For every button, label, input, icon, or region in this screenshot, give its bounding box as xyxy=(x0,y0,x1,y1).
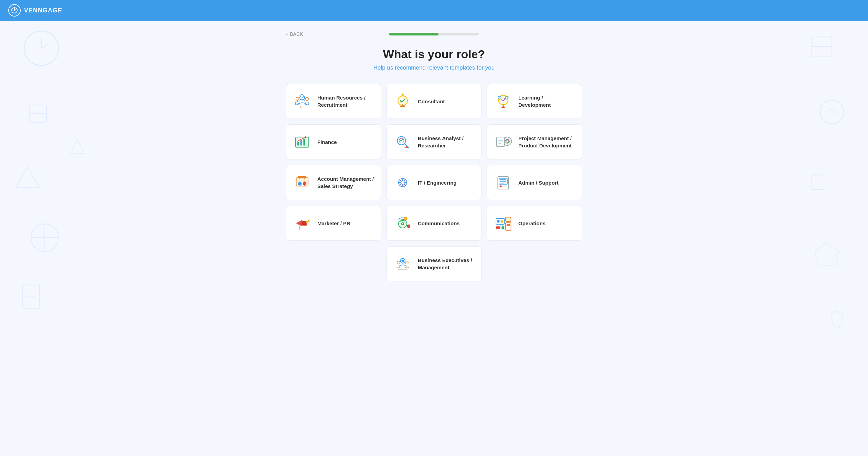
svg-point-39 xyxy=(506,140,509,143)
role-icon-communications xyxy=(393,214,412,233)
svg-point-57 xyxy=(308,220,309,221)
svg-rect-31 xyxy=(300,140,302,146)
svg-rect-70 xyxy=(507,224,510,226)
role-label-account-management: Account Management /Sales Strategy xyxy=(317,175,374,190)
svg-point-14 xyxy=(820,100,844,124)
role-card-communications[interactable]: Communications xyxy=(387,206,481,241)
role-card-operations[interactable]: Operations xyxy=(487,206,582,241)
svg-rect-66 xyxy=(496,226,500,229)
roles-grid: Human Resources /Recruitment Consultant … xyxy=(286,84,582,281)
svg-rect-12 xyxy=(811,36,832,57)
svg-point-60 xyxy=(402,223,403,224)
svg-rect-32 xyxy=(303,139,305,145)
role-icon-it-engineering xyxy=(393,173,412,192)
back-label: BACK xyxy=(290,31,303,37)
role-label-it-engineering: IT / Engineering xyxy=(418,179,457,186)
top-bar: ‹ BACK xyxy=(286,31,582,37)
role-card-consultant[interactable]: Consultant xyxy=(387,84,481,119)
role-icon-finance xyxy=(293,132,312,152)
role-label-admin-support: Admin / Support xyxy=(518,179,559,186)
back-button[interactable]: ‹ BACK xyxy=(286,31,303,37)
role-card-admin-support[interactable]: Admin / Support xyxy=(487,165,582,200)
role-label-learning-development: Learning / Development xyxy=(518,94,575,108)
role-label-business-executives: Business Executives /Management xyxy=(418,257,472,271)
svg-point-62 xyxy=(407,225,410,228)
role-icon-project-management xyxy=(494,132,513,152)
svg-rect-69 xyxy=(506,222,511,230)
svg-point-56 xyxy=(306,221,308,223)
role-label-business-analyst: Business Analyst /Researcher xyxy=(418,135,464,149)
role-label-project-management: Project Management /Product Development xyxy=(518,135,572,149)
header: VENNGAGE xyxy=(0,0,868,21)
svg-point-17 xyxy=(296,97,299,101)
svg-point-74 xyxy=(402,260,404,262)
role-label-communications: Communications xyxy=(418,220,460,227)
svg-rect-28 xyxy=(501,107,505,108)
svg-rect-64 xyxy=(497,220,500,222)
role-icon-human-resources xyxy=(293,92,312,111)
svg-point-18 xyxy=(306,97,309,101)
svg-rect-30 xyxy=(297,142,299,145)
progress-bar-fill xyxy=(389,33,438,35)
role-card-account-management[interactable]: Account Management /Sales Strategy xyxy=(286,165,381,200)
role-label-human-resources: Human Resources /Recruitment xyxy=(317,94,366,108)
role-card-learning-development[interactable]: Learning / Development xyxy=(487,84,582,119)
role-card-it-engineering[interactable]: IT / Engineering xyxy=(387,165,481,200)
role-label-finance: Finance xyxy=(317,138,337,146)
logo-text: VENNGAGE xyxy=(24,7,62,14)
role-label-operations: Operations xyxy=(518,220,546,227)
role-icon-account-management xyxy=(293,173,312,192)
svg-point-46 xyxy=(298,182,302,186)
role-icon-marketer-pr xyxy=(293,214,312,233)
logo-icon xyxy=(8,4,21,17)
svg-rect-67 xyxy=(501,226,505,229)
svg-rect-3 xyxy=(29,105,46,122)
svg-rect-23 xyxy=(400,105,405,107)
back-arrow-icon: ‹ xyxy=(286,31,288,37)
role-icon-admin-support xyxy=(494,173,513,192)
svg-rect-55 xyxy=(302,221,306,225)
svg-point-47 xyxy=(303,182,307,186)
svg-rect-45 xyxy=(298,176,306,178)
role-icon-consultant xyxy=(393,92,412,111)
role-card-marketer-pr[interactable]: Marketer / PR xyxy=(286,206,381,241)
svg-point-6 xyxy=(31,224,59,251)
svg-point-61 xyxy=(404,217,407,220)
svg-point-0 xyxy=(24,31,59,65)
role-label-marketer-pr: Marketer / PR xyxy=(317,220,350,227)
logo: VENNGAGE xyxy=(8,4,62,17)
role-icon-operations xyxy=(494,214,513,233)
role-card-project-management[interactable]: Project Management /Product Development xyxy=(487,124,582,159)
svg-point-73 xyxy=(405,261,409,264)
progress-bar xyxy=(389,33,479,35)
svg-point-72 xyxy=(397,261,400,264)
page-subtitle: Help us recommend relevant templates for… xyxy=(286,64,582,71)
svg-rect-9 xyxy=(22,284,40,308)
svg-point-37 xyxy=(406,146,408,148)
role-icon-business-analyst xyxy=(393,132,412,152)
svg-line-2 xyxy=(41,45,48,48)
role-icon-learning-development xyxy=(494,92,513,111)
page-title: What is your role? xyxy=(286,48,582,61)
role-card-business-analyst[interactable]: Business Analyst /Researcher xyxy=(387,124,481,159)
role-card-human-resources[interactable]: Human Resources /Recruitment xyxy=(286,84,381,119)
role-card-finance[interactable]: Finance xyxy=(286,124,381,159)
svg-point-21 xyxy=(301,94,304,97)
role-icon-business-executives xyxy=(393,254,412,273)
role-card-business-executives[interactable]: Business Executives /Management xyxy=(387,246,481,281)
svg-rect-65 xyxy=(501,220,503,222)
role-label-consultant: Consultant xyxy=(418,98,445,105)
svg-marker-5 xyxy=(15,167,40,188)
svg-point-24 xyxy=(402,93,404,96)
svg-rect-68 xyxy=(506,217,511,221)
